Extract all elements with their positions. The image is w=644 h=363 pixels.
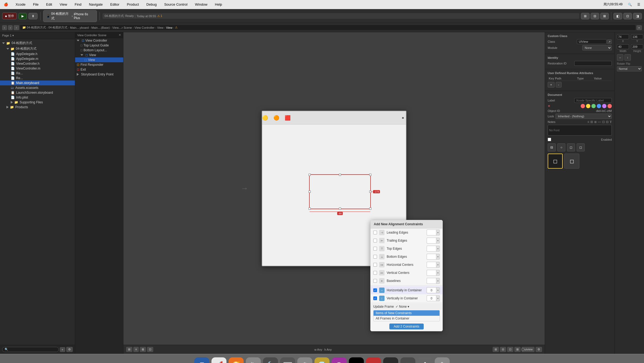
editor-standard-btn[interactable]: ⊞ [581,13,590,19]
tree-item-viewcontroller-h[interactable]: 📄 ViewController.h [0,61,75,66]
transform-icon-1[interactable]: ↔ [617,54,623,61]
hcenters-dropdown[interactable]: ▾ [436,262,440,268]
dock-mouse[interactable]: 🖱 [246,357,261,363]
hcenters-checkbox[interactable] [373,263,377,267]
notes-icon-3[interactable]: ≣ [594,120,597,124]
baselines-dropdown[interactable]: ▾ [436,278,440,284]
vcenters-dropdown[interactable]: ▾ [436,270,440,276]
leading-input[interactable] [427,230,436,235]
height-input[interactable] [631,44,643,49]
popup-row-trailing[interactable]: ⊢ Trailing Edges ▾ [371,237,442,245]
tree-item-appdelegate-m[interactable]: 📄 AppDelegate.m [0,56,75,61]
popup-row-bottom[interactable]: ⊥ Bottom Edges ▾ [371,253,442,261]
menu-file[interactable]: File [31,2,40,7]
color-dot-blue[interactable] [597,104,601,108]
scene-item-storyboard-entry[interactable]: Storyboard Entry Point [75,72,123,77]
uiview-label-btn[interactable]: ⃝ uiview [522,347,535,352]
page-selector[interactable]: Page 1 ▾ [2,34,14,37]
bottom-checkbox[interactable] [373,255,377,259]
udra-add-btn[interactable]: + [548,82,555,88]
color-dot-purple[interactable] [602,104,606,108]
top-right-btn[interactable]: ■ [402,116,404,120]
leading-dropdown[interactable]: ▾ [436,230,440,235]
h-container-checkbox[interactable]: ✓ [373,288,377,292]
class-input[interactable] [577,39,606,44]
popup-row-baselines[interactable]: ≡ Baselines ▾ [371,277,442,285]
file-nav-up[interactable]: ↑ [14,25,19,30]
canvas-view-mode-2[interactable]: ≡ [133,347,139,352]
menu-edit[interactable]: Edit [45,2,54,7]
apple-menu[interactable]: 🍎 [2,2,10,7]
widget-icon-3[interactable]: ◻ [567,143,575,151]
transform-icon-2[interactable]: ↕ [624,54,631,61]
dock-terminal2[interactable]: > [349,357,364,363]
build-warning[interactable]: ⚠ 1 [157,14,162,18]
color-dot-red2[interactable] [608,104,612,108]
notes-icon-1[interactable]: ≡ [587,120,589,124]
dropdown-option-all-frames[interactable]: All Frames in Container [374,316,440,321]
play-button[interactable]: ▶ [19,13,27,19]
menu-product[interactable]: Product [125,2,141,7]
leading-checkbox[interactable] [373,231,377,234]
width-input[interactable] [617,44,629,49]
widget-icon-4[interactable]: ◻ [577,143,585,151]
menu-debug[interactable]: Debug [145,2,158,7]
scene-item-viewcontroller[interactable]: ⊡ View Controller [75,38,123,43]
tree-item-info-plist[interactable]: 📄 Info.plist [0,95,75,100]
class-lookup-btn[interactable]: ↗ [607,39,612,44]
bc-item-8[interactable]: View [166,26,173,29]
popup-row-v-container[interactable]: ✓ ↕ Vertically in Container 0 ▾ [371,294,442,302]
vcenters-checkbox[interactable] [373,271,377,275]
color-dot-yellow[interactable] [586,104,590,108]
menu-window[interactable]: Window [193,2,209,7]
notes-icon-6[interactable]: ⊟ [606,120,609,124]
x-input[interactable] [617,34,629,39]
menu-editor[interactable]: Editor [109,2,121,7]
scene-item-view-child[interactable]: ◻ View [75,57,123,62]
canvas-view-mode-4[interactable]: ⊡ [147,347,153,352]
vcenters-input[interactable] [427,270,436,276]
bc-item-1[interactable]: 04-检图的方式 [27,26,46,30]
notes-icon-7[interactable]: 𝐓 [610,120,612,124]
file-nav-forward[interactable]: › [8,25,13,30]
tree-item-products[interactable]: 📁 Products [0,105,75,110]
menubar-search-icon[interactable]: 🔍 [626,2,634,7]
bc-item-3[interactable]: Main....yboard [70,26,89,29]
constraint-btn-3[interactable]: ⊡ [507,347,513,352]
tree-item-supporting[interactable]: 📁 Supporting Files [0,100,75,105]
file-nav-back[interactable]: ‹ [2,25,7,30]
handle-bl[interactable] [309,208,311,210]
scene-item-view-parent[interactable]: ◻ View [75,53,123,57]
dock-xcode[interactable]: 🔨 [263,357,278,363]
bc-item-6[interactable]: View Controller [134,26,154,29]
scheme-selector[interactable]: 📱 04-检图的方式 › iPhone 6s Plus [43,10,97,22]
update-frame-value[interactable]: ✓ None ▾ [396,305,409,308]
menu-help[interactable]: Help [213,2,224,7]
trailing-dropdown[interactable]: ▾ [436,238,440,244]
constraint-btn-1[interactable]: ⊞ [493,347,499,352]
bottom-dropdown[interactable]: ▾ [436,254,440,260]
bc-item-4[interactable]: Main....(Base) [91,26,109,29]
constraint-btn-4[interactable]: ⊠ [514,347,521,352]
popup-row-hcenters[interactable]: ⊶ Horizontal Centers ▾ [371,261,442,269]
filter-btn[interactable]: ⚙ [66,347,73,352]
tree-item-appdelegate-h[interactable]: 📄 AppDelegate.h [0,52,75,56]
dock-gear[interactable]: ⚙ [297,357,312,363]
notes-icon-2[interactable]: ⊞ [590,120,593,124]
editor-version-btn[interactable]: ⊠ [600,13,609,19]
scene-item-exit[interactable]: ⊡ Exit [75,67,123,72]
handle-tl[interactable] [309,174,311,176]
tree-item-main-storyboard[interactable]: 📋 Main.storyboard [0,81,75,85]
dock-safari[interactable]: 🧭 [229,357,244,363]
canvas-view-mode-3[interactable]: ⊠ [140,347,146,352]
top-input[interactable] [427,246,436,252]
lock-select[interactable]: Inherited - (Nothing) [555,114,612,119]
tree-item-launchscreen[interactable]: 📋 LaunchScreen.storyboard [0,90,75,95]
enabled-checkbox[interactable] [548,138,551,141]
add-constraints-button[interactable]: Add 2 Constraints [389,324,423,329]
canvas-view-mode-1[interactable]: ⊞ [126,347,132,352]
search-input-small[interactable]: 🔍 [2,347,59,352]
bc-item-2[interactable]: 04-检图的方式 [48,26,67,30]
h-container-input[interactable]: 0 [427,287,436,293]
menu-navigate[interactable]: Navigate [87,2,104,7]
